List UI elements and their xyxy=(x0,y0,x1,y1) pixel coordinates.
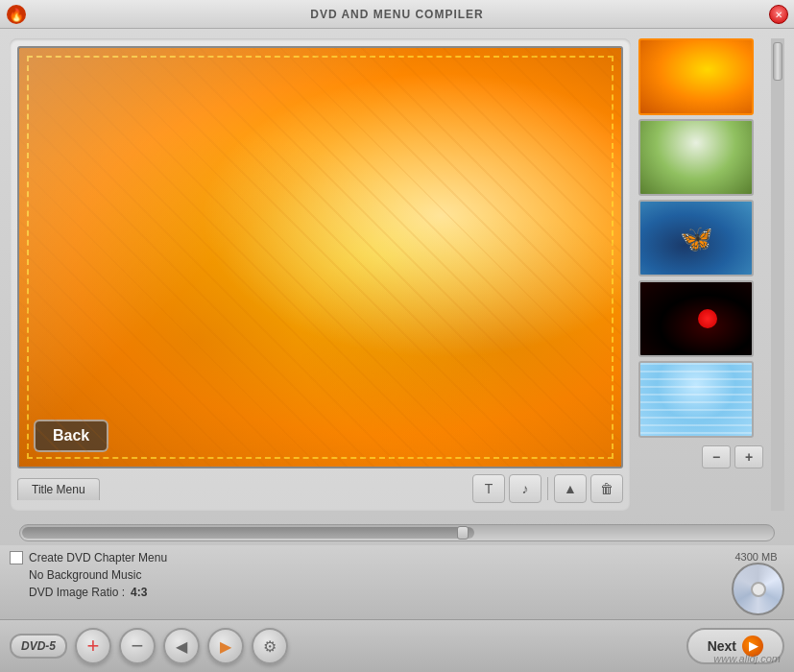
back-button[interactable]: Back xyxy=(34,420,108,452)
remove-button[interactable]: − xyxy=(119,628,156,664)
thumbnail-1[interactable] xyxy=(638,38,754,115)
svg-text:🔥: 🔥 xyxy=(9,7,25,23)
back-nav-icon: ◀ xyxy=(176,637,187,656)
top-section: Back Title Menu T ♪ ▲ 🗑 xyxy=(0,29,794,520)
plus-icon: + xyxy=(745,449,753,465)
close-button[interactable]: ✕ xyxy=(769,5,788,24)
forward-nav-button[interactable]: ▶ xyxy=(207,628,244,664)
main-container: Back Title Menu T ♪ ▲ 🗑 xyxy=(0,29,794,672)
delete-icon: 🗑 xyxy=(600,481,614,496)
storage-label: 4300 MB xyxy=(734,551,777,563)
next-label: Next xyxy=(708,638,736,654)
dvd-disc xyxy=(732,563,784,615)
title-bar: 🔥 DVD AND MENU COMPILER ✕ xyxy=(0,0,794,29)
add-icon: + xyxy=(87,634,100,659)
delete-tool-button[interactable]: 🗑 xyxy=(590,474,623,503)
preview-image: Back xyxy=(19,48,621,467)
dashed-border xyxy=(27,56,614,459)
settings-button[interactable]: ⚙ xyxy=(252,628,288,664)
minus-icon: − xyxy=(712,449,720,465)
thumbnail-2[interactable] xyxy=(638,119,754,196)
bottom-options: Create DVD Chapter Menu No Background Mu… xyxy=(10,551,784,615)
bottom-panel: Create DVD Chapter Menu No Background Mu… xyxy=(0,545,794,619)
upload-tool-button[interactable]: ▲ xyxy=(554,474,587,503)
scrollbar[interactable] xyxy=(771,38,784,511)
preview-toolbar: Title Menu T ♪ ▲ 🗑 xyxy=(17,474,623,503)
thumbnail-3[interactable] xyxy=(638,200,754,276)
sidebar-controls: − + xyxy=(638,445,763,468)
bottom-bar: DVD-5 + − ◀ ▶ ⚙ Next ▶ www.alldj.com xyxy=(0,619,794,672)
sidebar: − + xyxy=(638,38,763,511)
options-column: Create DVD Chapter Menu No Background Mu… xyxy=(10,551,167,599)
back-nav-button[interactable]: ◀ xyxy=(163,628,200,664)
remove-thumbnail-button[interactable]: − xyxy=(702,445,731,468)
tab-title-menu[interactable]: Title Menu xyxy=(17,478,100,500)
timeline-bar[interactable] xyxy=(19,524,775,541)
thumbnail-4[interactable] xyxy=(638,280,754,357)
settings-icon: ⚙ xyxy=(263,637,277,656)
dvd5-badge: DVD-5 xyxy=(10,634,67,659)
flame-icon: 🔥 xyxy=(6,4,27,25)
forward-nav-icon: ▶ xyxy=(220,637,231,656)
remove-icon: − xyxy=(132,634,144,659)
dvd-ratio-value: 4:3 xyxy=(131,586,147,599)
disc-outer xyxy=(732,563,784,615)
dvd-ratio-row: DVD Image Ratio : 4:3 xyxy=(10,586,167,599)
chapter-menu-checkbox[interactable] xyxy=(10,551,23,564)
bg-music-row: No Background Music xyxy=(10,568,167,582)
scroll-handle[interactable] xyxy=(773,42,782,81)
disc-inner xyxy=(751,582,766,597)
chapter-menu-row: Create DVD Chapter Menu xyxy=(10,551,167,564)
dvd-ratio-label: DVD Image Ratio : xyxy=(29,586,125,599)
add-thumbnail-button[interactable]: + xyxy=(734,445,763,468)
preview-area: Back Title Menu T ♪ ▲ 🗑 xyxy=(10,38,631,511)
timeline-progress xyxy=(22,527,474,539)
text-icon: T xyxy=(485,481,493,496)
watermark: www.alldj.com xyxy=(713,653,781,664)
toolbar-separator xyxy=(547,477,548,500)
preview-canvas: Back xyxy=(17,46,623,468)
bg-music-label: No Background Music xyxy=(29,568,141,582)
text-tool-button[interactable]: T xyxy=(472,474,505,503)
add-button[interactable]: + xyxy=(75,628,111,664)
music-tool-button[interactable]: ♪ xyxy=(509,474,541,503)
timeline-thumb[interactable] xyxy=(457,526,469,540)
upload-icon: ▲ xyxy=(564,481,577,496)
chapter-menu-label: Create DVD Chapter Menu xyxy=(29,551,167,564)
window-title: DVD AND MENU COMPILER xyxy=(310,8,484,21)
timeline-container xyxy=(0,520,794,545)
music-icon: ♪ xyxy=(522,481,529,496)
thumbnail-5[interactable] xyxy=(638,361,754,438)
